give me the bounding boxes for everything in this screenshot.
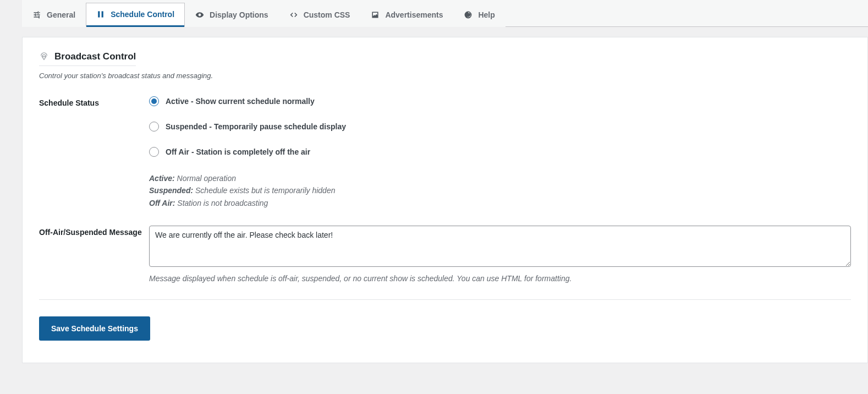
settings-panel: Broadcast Control Control your station's… <box>22 37 868 363</box>
tab-general[interactable]: General <box>22 3 86 27</box>
section-title: Broadcast Control <box>54 51 136 62</box>
sliders-icon <box>32 10 41 19</box>
radio-suspended[interactable] <box>149 122 159 132</box>
svg-rect-3 <box>98 11 100 17</box>
radio-option-offair: Off Air - Station is completely off the … <box>149 147 851 157</box>
tab-label: General <box>47 10 75 19</box>
tab-label: Advertisements <box>385 10 443 19</box>
svg-rect-2 <box>39 15 40 18</box>
section-header: Broadcast Control <box>39 51 136 66</box>
save-schedule-button[interactable]: Save Schedule Settings <box>39 316 150 341</box>
code-icon <box>289 10 298 19</box>
divider <box>39 299 851 300</box>
help-icon <box>464 10 473 19</box>
schedule-status-options: Active - Show current schedule normally … <box>149 96 851 209</box>
offair-message-textarea[interactable] <box>149 226 851 267</box>
eye-icon <box>195 10 204 19</box>
offair-message-row: Off-Air/Suspended Message Message displa… <box>39 226 851 283</box>
radio-option-suspended: Suspended - Temporarily pause schedule d… <box>149 122 851 132</box>
svg-rect-1 <box>35 13 36 16</box>
offair-message-label: Off-Air/Suspended Message <box>39 226 149 237</box>
radio-offair[interactable] <box>149 147 159 157</box>
svg-rect-4 <box>102 11 103 17</box>
tab-label: Display Options <box>210 10 268 19</box>
radio-option-active: Active - Show current schedule normally <box>149 96 851 106</box>
offair-message-hint: Message displayed when schedule is off-a… <box>149 274 851 283</box>
settings-tabs: General Schedule Control Display Options… <box>22 0 868 27</box>
tab-label: Custom CSS <box>304 10 350 19</box>
svg-rect-0 <box>38 11 39 14</box>
satellite-icon <box>39 52 49 62</box>
schedule-status-row: Schedule Status Active - Show current sc… <box>39 96 851 209</box>
schedule-status-label: Schedule Status <box>39 96 149 107</box>
pause-icon <box>96 10 105 19</box>
radio-active[interactable] <box>149 96 159 106</box>
tab-label: Schedule Control <box>111 10 174 19</box>
tab-display-options[interactable]: Display Options <box>185 3 279 27</box>
tab-custom-css[interactable]: Custom CSS <box>279 3 361 27</box>
tab-schedule-control[interactable]: Schedule Control <box>86 3 185 27</box>
tab-label: Help <box>478 10 495 19</box>
radio-suspended-label[interactable]: Suspended - Temporarily pause schedule d… <box>166 122 346 131</box>
radio-active-label[interactable]: Active - Show current schedule normally <box>166 97 315 106</box>
radio-offair-label[interactable]: Off Air - Station is completely off the … <box>166 147 310 156</box>
image-icon <box>371 10 380 19</box>
status-description: Active: Normal operation Suspended: Sche… <box>149 172 851 209</box>
tab-help[interactable]: Help <box>453 3 505 27</box>
tab-advertisements[interactable]: Advertisements <box>360 3 453 27</box>
section-subtitle: Control your station's broadcast status … <box>39 72 851 80</box>
